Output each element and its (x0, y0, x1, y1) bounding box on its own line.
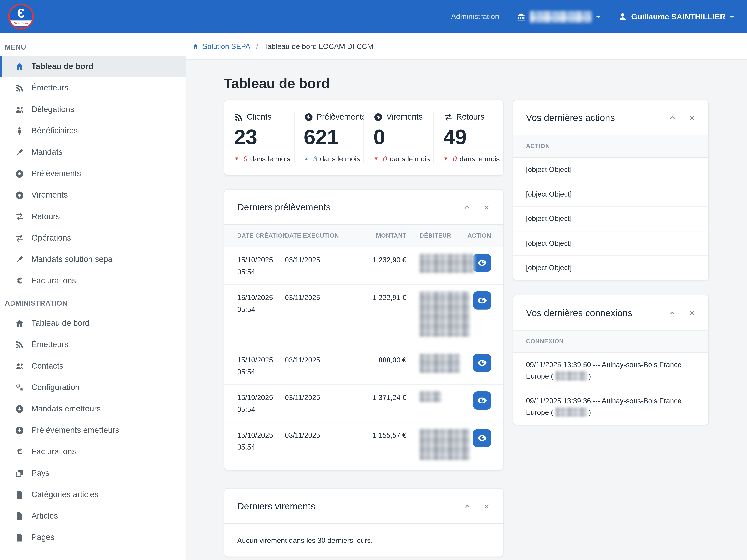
table-row: 15/10/2025 05:54 03/11/2025 1 222,91 € (224, 285, 503, 347)
brand-logo-text: Solution SEPA (9, 20, 32, 26)
sidebar-item[interactable]: Articles (0, 505, 186, 527)
stat-delta: ▼ ▲ 3 dans le mois (304, 155, 363, 163)
close-button[interactable] (689, 309, 696, 317)
column-header: ACTION (463, 232, 491, 239)
redacted-debtor (420, 254, 475, 273)
sidebar-item[interactable]: Tableau de bord (0, 56, 186, 77)
close-button[interactable] (689, 114, 696, 122)
column-header: DÉBITEUR (406, 232, 463, 239)
breadcrumb-home-link[interactable]: Solution SEPA (203, 42, 250, 51)
breadcrumb: Solution SEPA / Tableau de bord LOCAMIDI… (186, 33, 747, 60)
close-button[interactable] (483, 204, 490, 211)
sidebar-item[interactable]: Mandats emetteurs (0, 398, 186, 420)
sidebar-item[interactable]: € Facturations (0, 441, 186, 462)
app: € Solution SEPA Administration Guillaume… (0, 0, 747, 560)
cell-montant: 888,00 € (352, 354, 406, 366)
cell-debiteur (406, 429, 463, 463)
action-log-item: [object Object] (513, 256, 709, 280)
stat-value: 621 (304, 125, 363, 150)
sidebar-item[interactable]: Prélèvements (0, 163, 186, 184)
sidebar-item[interactable]: Pays (0, 462, 186, 484)
chevron-down-icon (729, 14, 735, 19)
sidebar-item-icon (14, 105, 24, 114)
sidebar-item-label: Facturations (31, 276, 76, 286)
content: Tableau de bord Clients (186, 60, 747, 560)
sidebar-item-icon (14, 511, 24, 521)
triangle-down-icon: ▼ (443, 156, 448, 161)
sidebar-admin-menu: Tableau de bord Émetteurs Contacts ⚙⚙ (0, 313, 186, 548)
stat-label: Prélèvements (316, 112, 363, 122)
sidebar-item[interactable]: Pages (0, 527, 186, 548)
view-button[interactable] (473, 254, 491, 272)
redacted-debtor (420, 354, 460, 373)
sidebar-item[interactable]: Opérations (0, 227, 186, 248)
view-button[interactable] (473, 429, 491, 447)
collapse-button[interactable] (669, 309, 676, 317)
column-header: CONNEXION (513, 330, 709, 353)
breadcrumb-current: Tableau de bord LOCAMIDI CCM (264, 42, 373, 51)
card-title: Vos dernières actions (526, 112, 669, 123)
cell-date-execution: 03/11/2025 (285, 254, 352, 266)
sidebar-item-label: Prélèvements emetteurs (31, 425, 119, 435)
close-button[interactable] (483, 503, 490, 510)
sidebar-item[interactable]: Virements (0, 184, 186, 206)
cell-date-creation: 15/10/2025 05:54 (237, 392, 285, 415)
organization-dropdown[interactable] (516, 11, 601, 23)
action-log-item: [object Object] (513, 158, 709, 182)
column-header: DATE CRÉATION (237, 232, 285, 239)
sidebar-item[interactable]: Mandats solution sepa (0, 248, 186, 270)
sidebar-item-icon: ⚙⚙ (14, 383, 24, 392)
empty-state-text: Aucun virement dans les 30 derniers jour… (224, 523, 503, 557)
user-name: Guillaume SAINTHILLIER (631, 12, 726, 21)
collapse-button[interactable] (464, 503, 471, 510)
stat-item: Prélèvements 621 ▼ ▲ 3 dans le mois (294, 112, 364, 163)
sidebar-item[interactable]: Tableau de bord (0, 313, 186, 334)
stat-delta-value: 0 (383, 155, 387, 163)
sidebar-item-icon (14, 83, 24, 92)
cell-debiteur (406, 392, 463, 405)
table-row: 15/10/2025 05:54 03/11/2025 1 232,90 € (224, 247, 503, 285)
stat-item: Virements 0 ▼ ▲ 0 dans le mois (364, 112, 434, 163)
user-dropdown[interactable]: Guillaume SAINTHILLIER (618, 12, 735, 21)
sidebar-item[interactable]: Contacts (0, 355, 186, 377)
sidebar-item[interactable]: Prélèvements emetteurs (0, 420, 186, 441)
derniers-virements-card: Derniers virements Aucun virement dans l… (224, 488, 504, 557)
connexion-text: 09/11/2025 13:39:50 --- Aulnay-sous-Bois… (526, 360, 681, 380)
actions-list: [object Object] [object Object] [object … (513, 158, 709, 280)
redacted-organization-name (530, 11, 592, 23)
sidebar-item[interactable]: Émetteurs (0, 77, 186, 99)
eye-icon (477, 295, 487, 306)
sidebar-item[interactable]: Retours (0, 206, 186, 227)
sidebar-item[interactable]: Mandats (0, 141, 186, 163)
view-button[interactable] (473, 392, 491, 409)
administration-link[interactable]: Administration (451, 12, 499, 21)
stat-delta-text: dans le mois (460, 155, 500, 163)
redacted-debtor (420, 392, 441, 402)
sidebar-item-label: Tableau de bord (31, 62, 93, 71)
sidebar-item[interactable]: Catégories articles (0, 484, 186, 505)
sidebar-item-icon (14, 404, 24, 414)
sidebar-item[interactable]: Délégations (0, 99, 186, 120)
svg-text:€: € (17, 447, 22, 456)
chevron-down-icon (595, 14, 601, 19)
connexion-log-item: 09/11/2025 13:39:50 --- Aulnay-sous-Bois… (513, 352, 709, 389)
sidebar-item-icon (14, 490, 24, 499)
sidebar-item[interactable]: ⚙⚙ Configuration (0, 377, 186, 398)
stat-value: 0 (374, 125, 433, 150)
sidebar-item-label: Émetteurs (31, 83, 69, 92)
sidebar-item[interactable]: Bénéficiaires (0, 120, 186, 141)
view-button[interactable] (473, 291, 491, 309)
derniers-prelevements-card: Derniers prélèvements DATE CRÉATION DATE… (224, 189, 504, 470)
table-header: DATE CRÉATION DATE EXECUTION MONTANT DÉB… (224, 224, 503, 247)
sidebar-item[interactable]: € Facturations (0, 270, 186, 291)
collapse-button[interactable] (669, 114, 676, 122)
brand-logo[interactable]: € Solution SEPA (8, 4, 34, 30)
view-button[interactable] (473, 354, 491, 372)
sidebar-item[interactable]: Émetteurs (0, 334, 186, 355)
sidebar-item-label: Mandats solution sepa (31, 255, 113, 264)
stat-label: Virements (386, 112, 423, 122)
collapse-button[interactable] (464, 204, 471, 211)
eye-icon (477, 433, 487, 443)
sidebar-item-icon: € (14, 276, 24, 286)
stat-label: Retours (456, 112, 485, 122)
